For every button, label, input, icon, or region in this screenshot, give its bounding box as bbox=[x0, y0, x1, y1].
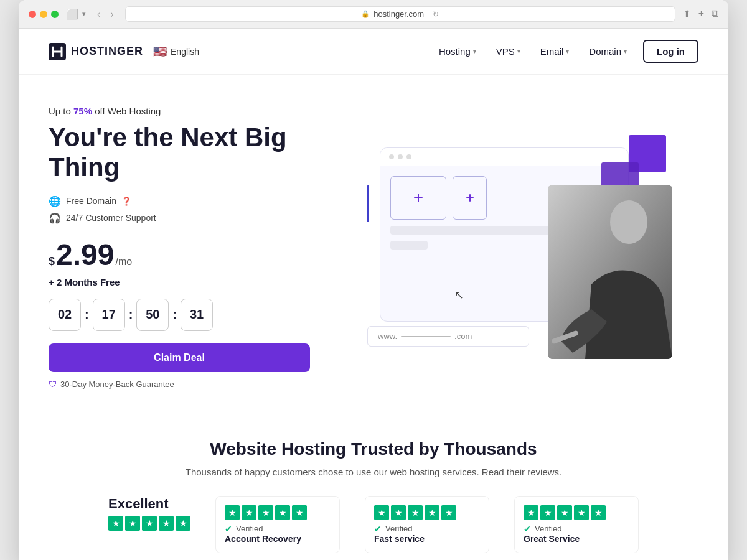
star: ★ bbox=[591, 505, 606, 520]
claim-deal-button[interactable]: Claim Deal bbox=[49, 343, 310, 372]
verified-icon: ✔ bbox=[225, 524, 232, 534]
mockup-dot-1 bbox=[389, 154, 394, 159]
lang-selector[interactable]: 🇺🇸 English bbox=[153, 45, 199, 58]
star: ★ bbox=[225, 505, 240, 520]
countdown-timer: 02 : 17 : 50 : 31 bbox=[49, 299, 310, 331]
tab-icon: ⬜ bbox=[66, 8, 78, 20]
trust-subtitle: Thousands of happy customers chose to us… bbox=[49, 467, 698, 477]
star-1: ★ bbox=[108, 516, 123, 531]
hero-person-image bbox=[548, 185, 672, 359]
chevron-down-icon: ▾ bbox=[473, 48, 476, 55]
star: ★ bbox=[292, 505, 307, 520]
tab-arrow[interactable]: ▾ bbox=[82, 10, 86, 18]
reviews-row: Excellent ★ ★ ★ ★ ★ ★ ★ ★ ★ bbox=[49, 496, 698, 553]
verified-icon: ✔ bbox=[524, 524, 531, 534]
address-bar[interactable]: 🔒 hostinger.com ↻ bbox=[125, 6, 675, 22]
browser-chrome: ⬜ ▾ ‹ › 🔒 hostinger.com ↻ ⬆ + ⧉ bbox=[19, 0, 728, 29]
globe-icon: 🌐 bbox=[49, 195, 61, 207]
star: ★ bbox=[275, 505, 290, 520]
price-bonus: + 2 Months Free bbox=[49, 277, 310, 287]
hero-illustration: www. .com ↖ bbox=[367, 135, 666, 359]
trustpilot-main: Excellent ★ ★ ★ ★ ★ bbox=[108, 496, 190, 531]
share-icon[interactable]: ⬆ bbox=[683, 8, 691, 20]
hero-right: www. .com ↖ bbox=[335, 129, 698, 365]
main-stars-row: ★ ★ ★ ★ ★ bbox=[108, 516, 190, 531]
back-button[interactable]: ‹ bbox=[93, 7, 104, 21]
shield-icon: 🛡 bbox=[49, 380, 57, 389]
lock-icon: 🔒 bbox=[361, 10, 370, 18]
logo[interactable]: HOSTINGER bbox=[49, 43, 143, 60]
mockup-box-plus-small bbox=[453, 176, 487, 220]
blue-accent-left bbox=[367, 185, 369, 222]
hero-section: Up to 75% off Web Hosting You're the Nex… bbox=[19, 75, 728, 414]
review-1-title: Account Recovery bbox=[225, 534, 331, 544]
guarantee-text: 🛡 30-Day Money-Back Guarantee bbox=[49, 380, 310, 389]
review-card-1: ★ ★ ★ ★ ★ ✔ Verified Account Recovery bbox=[215, 496, 340, 553]
browser-icons-right: ⬆ + ⧉ bbox=[683, 8, 718, 20]
review-1-verified: ✔ Verified bbox=[225, 524, 331, 534]
verified-icon: ✔ bbox=[374, 524, 382, 534]
browser-window: ⬜ ▾ ‹ › 🔒 hostinger.com ↻ ⬆ + ⧉ bbox=[19, 0, 728, 560]
hero-features: 🌐 Free Domain ❓ 🎧 24/7 Customer Support bbox=[49, 195, 310, 224]
price-dollar: $ bbox=[49, 255, 55, 268]
star: ★ bbox=[391, 505, 406, 520]
price-period: /mo bbox=[115, 256, 132, 268]
star: ★ bbox=[574, 505, 589, 520]
feature-free-domain: 🌐 Free Domain ❓ bbox=[49, 195, 310, 207]
traffic-lights bbox=[29, 11, 59, 18]
countdown-sep-2: : bbox=[129, 307, 133, 322]
star: ★ bbox=[524, 505, 538, 520]
maximize-button[interactable] bbox=[51, 11, 59, 18]
countdown-sep-1: : bbox=[85, 307, 89, 322]
login-button[interactable]: Log in bbox=[643, 40, 698, 63]
url-text: hostinger.com bbox=[374, 9, 424, 19]
countdown-sep-3: : bbox=[172, 307, 177, 322]
navbar: HOSTINGER 🇺🇸 English Hosting ▾ VPS ▾ Ema… bbox=[19, 29, 728, 75]
review-card-2: ★ ★ ★ ★ ★ ✔ Verified Fast service bbox=[365, 496, 489, 553]
url-www: www. bbox=[378, 332, 397, 341]
nav-email[interactable]: Email ▾ bbox=[532, 41, 578, 62]
navbar-left: HOSTINGER 🇺🇸 English bbox=[49, 43, 199, 60]
person-silhouette bbox=[548, 185, 672, 359]
nav-domain[interactable]: Domain ▾ bbox=[580, 41, 636, 62]
countdown-frames: 31 bbox=[181, 299, 213, 331]
nav-hosting[interactable]: Hosting ▾ bbox=[430, 41, 485, 62]
star-2: ★ bbox=[125, 516, 140, 531]
chevron-down-icon: ▾ bbox=[566, 48, 569, 55]
mockup-bar-short bbox=[390, 241, 428, 250]
mockup-top-bar bbox=[380, 148, 628, 166]
star-5: ★ bbox=[176, 516, 190, 531]
nav-vps[interactable]: VPS ▾ bbox=[487, 41, 529, 62]
reload-icon[interactable]: ↻ bbox=[433, 10, 439, 19]
review-card-3: ★ ★ ★ ★ ★ ✔ Verified Great Service bbox=[514, 496, 639, 553]
star: ★ bbox=[374, 505, 389, 520]
close-button[interactable] bbox=[29, 11, 36, 18]
star: ★ bbox=[258, 505, 273, 520]
trust-title: Website Hosting Trusted by Thousands bbox=[49, 439, 698, 459]
logo-text: HOSTINGER bbox=[71, 45, 143, 58]
excellent-label: Excellent bbox=[108, 496, 169, 512]
url-preview-bar: www. .com bbox=[367, 326, 529, 347]
review-2-verified: ✔ Verified bbox=[374, 524, 480, 534]
review-2-title: Fast service bbox=[374, 534, 480, 544]
countdown-hours: 02 bbox=[49, 299, 81, 331]
lang-label: English bbox=[171, 47, 199, 57]
review-1-stars: ★ ★ ★ ★ ★ bbox=[225, 505, 331, 520]
star: ★ bbox=[408, 505, 423, 520]
mockup-dot-2 bbox=[398, 154, 403, 159]
new-tab-icon[interactable]: + bbox=[698, 8, 704, 20]
help-icon[interactable]: ❓ bbox=[121, 197, 131, 206]
star: ★ bbox=[242, 505, 256, 520]
tabs-icon[interactable]: ⧉ bbox=[712, 8, 718, 20]
flag-icon: 🇺🇸 bbox=[153, 45, 167, 58]
review-3-stars: ★ ★ ★ ★ ★ bbox=[524, 505, 629, 520]
minimize-button[interactable] bbox=[40, 11, 47, 18]
star: ★ bbox=[441, 505, 456, 520]
trust-section: Website Hosting Trusted by Thousands Tho… bbox=[19, 414, 728, 560]
headset-icon: 🎧 bbox=[49, 212, 61, 224]
star-4: ★ bbox=[159, 516, 174, 531]
hero-title: You're the Next Big Thing bbox=[49, 123, 310, 183]
forward-button[interactable]: › bbox=[106, 7, 117, 21]
star: ★ bbox=[540, 505, 555, 520]
feature-support: 🎧 24/7 Customer Support bbox=[49, 212, 310, 224]
